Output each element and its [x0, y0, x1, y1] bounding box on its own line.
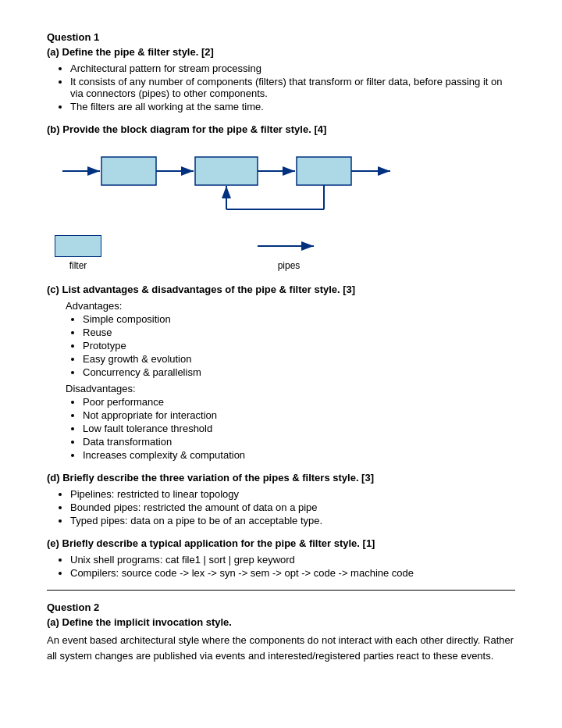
- section-divider: [47, 590, 515, 591]
- question-2: Question 2 (a) Define the implicit invoc…: [47, 601, 515, 663]
- list-item: Increases complexity & computation: [83, 449, 515, 461]
- list-item: Unix shell programs: cat file1 | sort | …: [70, 554, 515, 566]
- filter-box-icon: [55, 235, 101, 257]
- list-item: Simple composition: [83, 313, 515, 325]
- q1-e-list: Unix shell programs: cat file1 | sort | …: [70, 554, 515, 579]
- question-1: Question 1 (a) Define the pipe & filter …: [47, 31, 515, 579]
- filter-legend: filter: [55, 235, 101, 271]
- q2-a-body: An event based architectural style where…: [47, 633, 515, 663]
- q1-part-d: (d) Briefly describe the three variation…: [47, 472, 515, 526]
- q1-e-heading: (e) Briefly describe a typical applicati…: [47, 537, 515, 549]
- q1-part-b: (b) Provide the block diagram for the pi…: [47, 123, 515, 271]
- diagram-legend: filter pipes: [55, 235, 515, 271]
- block-diagram: filter pipes: [47, 143, 515, 271]
- filter-label: filter: [69, 260, 87, 271]
- list-item: Reuse: [83, 327, 515, 338]
- svg-rect-4: [195, 157, 258, 185]
- advantages-label: Advantages:: [66, 300, 515, 312]
- pipes-label: pipes: [278, 260, 301, 271]
- list-item: Prototype: [83, 340, 515, 352]
- pipes-legend: pipes: [258, 235, 320, 271]
- disadvantages-list: Poor performance Not appropriate for int…: [83, 396, 515, 461]
- q1-part-c: (c) List advantages & disadvantages of t…: [47, 284, 515, 461]
- svg-rect-6: [297, 157, 351, 185]
- q1-d-heading: (d) Briefly describe the three variation…: [47, 472, 515, 484]
- q1-c-heading: (c) List advantages & disadvantages of t…: [47, 284, 515, 295]
- q1-part-e: (e) Briefly describe a typical applicati…: [47, 537, 515, 579]
- disadvantages-label: Disadvantages:: [66, 383, 515, 394]
- list-item: Architectural pattern for stream process…: [70, 62, 515, 74]
- list-item: Easy growth & evolution: [83, 353, 515, 365]
- list-item: It consists of any number of components …: [70, 76, 515, 99]
- list-item: Concurrency & parallelism: [83, 366, 515, 378]
- q2-a-heading: (a) Define the implicit invocation style…: [47, 616, 515, 628]
- list-item: Pipelines: restricted to linear topology: [70, 488, 515, 500]
- list-item: Poor performance: [83, 396, 515, 408]
- list-item: Compilers: source code -> lex -> syn -> …: [70, 567, 515, 579]
- pipes-arrow-svg: [258, 235, 320, 257]
- q1-d-list: Pipelines: restricted to linear topology…: [70, 488, 515, 526]
- q1-title: Question 1: [47, 31, 515, 43]
- list-item: Bounded pipes: restricted the amount of …: [70, 501, 515, 513]
- pipeline-svg: [47, 143, 500, 229]
- q1-a-list: Architectural pattern for stream process…: [70, 62, 515, 112]
- advantages-section: Advantages: Simple composition Reuse Pro…: [59, 300, 515, 461]
- list-item: Low fault tolerance threshold: [83, 423, 515, 434]
- q2-title: Question 2: [47, 601, 515, 613]
- q1-a-heading: (a) Define the pipe & filter style. [2]: [47, 46, 515, 58]
- q1-b-heading: (b) Provide the block diagram for the pi…: [47, 123, 515, 135]
- list-item: The filters are all working at the same …: [70, 101, 515, 112]
- q1-part-a: (a) Define the pipe & filter style. [2] …: [47, 46, 515, 112]
- advantages-list: Simple composition Reuse Prototype Easy …: [83, 313, 515, 378]
- list-item: Typed pipes: data on a pipe to be of an …: [70, 515, 515, 526]
- list-item: Not appropriate for interaction: [83, 409, 515, 421]
- svg-rect-2: [101, 157, 156, 185]
- list-item: Data transformation: [83, 436, 515, 448]
